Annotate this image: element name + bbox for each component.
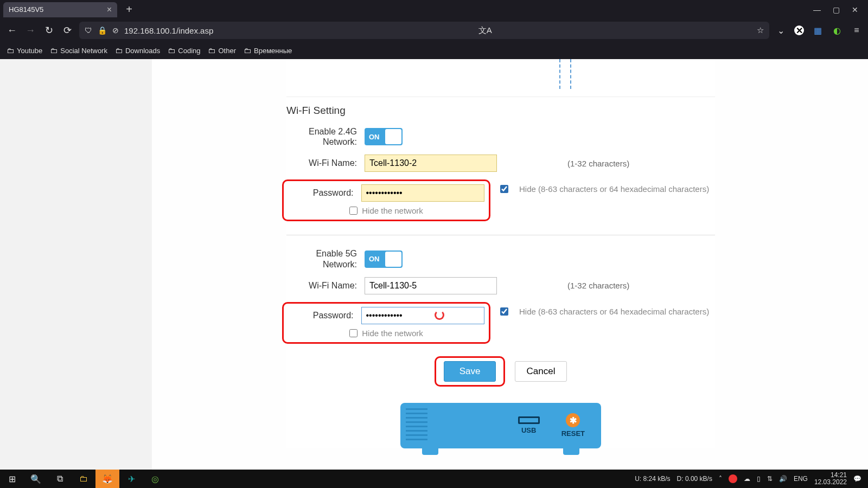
shield-icon: 🛡 [85,26,92,35]
label-password-24: Password: [288,188,354,198]
tray-battery-icon[interactable]: ▯ [757,475,761,483]
taskbar-clock[interactable]: 14:21 12.03.2022 [814,472,847,486]
label-password-5: Password: [288,311,354,320]
tray-cloud-icon[interactable]: ☁ [744,475,750,483]
bookmark-social-network[interactable]: 🗀Social Network [50,46,107,55]
window-maximize-icon[interactable]: ▢ [833,5,840,14]
hide-network-5-label: Hide the network [362,329,423,338]
task-view-icon[interactable]: ⧉ [48,470,72,488]
bookmark-star-icon[interactable]: ☆ [757,25,764,35]
window-minimize-icon[interactable]: — [813,5,821,14]
tray-chevron-icon[interactable]: ˄ [719,475,722,483]
password-24-input[interactable] [361,184,485,202]
label-enable-5g: Enable 5G Network: [286,248,357,269]
wifi-name-24-hint: (1-32 characters) [567,159,629,168]
wifi-name-5-input[interactable] [365,277,497,294]
firefox-taskbar-icon[interactable]: 🦊 [95,470,119,488]
hide-password-24-checkbox[interactable] [500,185,508,193]
taskbar: ⊞ 🔍 ⧉ 🗀 🦊 ✈ ◎ U: 8:24 kB/s D: 0.00 kB/s … [0,470,868,488]
netmeter-up: U: 8:24 kB/s [635,475,670,483]
tray-network-icon[interactable]: ⇅ [767,475,773,483]
cancel-button[interactable]: Cancel [515,361,567,382]
browser-tab[interactable]: HG8145V5 × [3,2,117,17]
highlight-box-password-5: Password: Hide the network [282,302,490,344]
file-explorer-icon[interactable]: 🗀 [72,470,95,488]
hide-password-5-checkbox[interactable] [500,307,508,316]
reset-button-icon: ✱ [566,413,580,427]
wifi-name-5-hint: (1-32 characters) [567,281,629,290]
highlight-box-save: Save [435,356,505,387]
folder-icon: 🗀 [168,46,175,55]
tab-close-icon[interactable]: × [107,5,112,15]
app-taskbar-icon[interactable]: ◎ [143,470,167,488]
router-illustration: USB ✱ RESET [400,403,601,448]
label-wifi-name-24: Wi-Fi Name: [286,158,357,168]
label-enable-24g: Enable 2.4G Network: [286,126,357,147]
label-wifi-name-5: Wi-Fi Name: [286,281,357,291]
hide-password-5-label: Hide (8-63 characters or 64 hexadecimal … [519,307,709,316]
toggle-24g-network[interactable]: ON [365,128,403,145]
bookmark-other[interactable]: 🗀Other [208,46,236,55]
router-reset-button: ✱ RESET [561,413,585,438]
hide-network-5-checkbox[interactable] [349,329,358,337]
nav-forward-icon: → [24,24,37,37]
app-menu-icon[interactable]: ≡ [851,24,863,36]
start-menu-button[interactable]: ⊞ [0,470,24,488]
tray-language[interactable]: ENG [794,475,808,483]
toggle-state-text: ON [369,255,380,263]
url-text: 192.168.100.1/index.asp [124,26,213,35]
window-close-icon[interactable]: ✕ [852,5,858,14]
bookmark-downloads[interactable]: 🗀Downloads [115,46,160,55]
bookmark-coding[interactable]: 🗀Coding [168,46,200,55]
folder-icon: 🗀 [115,46,123,55]
save-button[interactable]: Save [444,361,496,382]
adblock-icon[interactable]: ✕ [794,25,804,35]
folder-icon: 🗀 [244,46,251,55]
new-tab-button[interactable]: + [122,2,137,17]
folder-icon: 🗀 [208,46,215,55]
nav-history-icon[interactable]: ↻ [42,24,55,37]
bookmarks-bar: 🗀Youtube 🗀Social Network 🗀Downloads 🗀Cod… [0,42,868,59]
permissions-icon: ⊘ [112,26,119,35]
hide-password-24-label: Hide (8-63 characters or 64 hexadecimal … [519,184,709,194]
extension-icon-1[interactable]: ▦ [812,24,824,36]
loading-spinner-icon [435,310,444,320]
router-usb-port: USB [518,416,540,434]
toggle-5g-network[interactable]: ON [365,251,403,268]
tray-status-red-icon[interactable] [729,474,737,483]
folder-icon: 🗀 [50,46,58,55]
notifications-icon[interactable]: 💬 [853,475,861,483]
tab-title: HG8145V5 [9,5,43,14]
lock-icon: 🔒 [98,26,107,35]
nav-reload-icon[interactable]: ⟳ [61,24,74,37]
extension-icon-2[interactable]: ◐ [831,24,843,36]
bookmark-youtube[interactable]: 🗀Youtube [7,46,42,55]
url-bar[interactable]: 🛡 🔒 ⊘ 192.168.100.1/index.asp 文A ☆ [79,22,769,39]
password-5-input[interactable] [361,307,485,324]
toggle-state-text: ON [369,133,380,141]
tray-volume-icon[interactable]: 🔊 [779,475,787,483]
taskbar-search-icon[interactable]: 🔍 [24,470,48,488]
wifi-name-24-input[interactable] [365,155,497,172]
hide-network-24-checkbox[interactable] [349,207,358,215]
telegram-taskbar-icon[interactable]: ✈ [119,470,143,488]
pocket-icon[interactable]: ⌄ [775,24,787,36]
hide-network-24-label: Hide the network [362,206,423,215]
translate-icon[interactable]: 文A [478,25,492,36]
section-title-wifi: Wi-Fi Setting [286,97,715,126]
nav-back-icon[interactable]: ← [5,24,18,37]
netmeter-down: D: 0.00 kB/s [677,475,712,483]
folder-icon: 🗀 [7,46,14,55]
bookmark-temp[interactable]: 🗀Временные [244,46,292,55]
usb-port-icon [518,416,540,424]
